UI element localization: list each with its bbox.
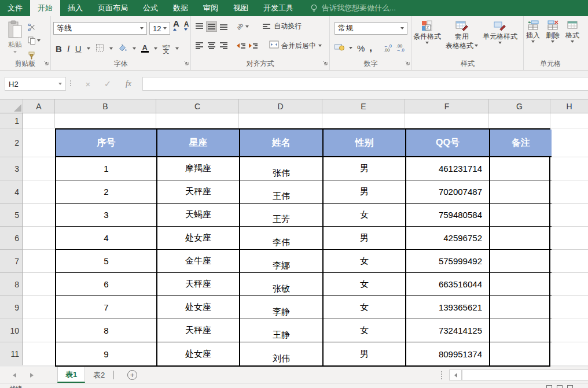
copy-button[interactable] xyxy=(28,35,41,46)
cell[interactable] xyxy=(490,180,552,204)
cell[interactable]: 男 xyxy=(324,180,406,204)
cell[interactable]: 摩羯座 xyxy=(157,157,240,180)
align-top-button[interactable] xyxy=(194,22,204,31)
insert-cells-button[interactable]: 插入 xyxy=(526,20,540,43)
decrease-indent-button[interactable] xyxy=(237,41,247,50)
cell[interactable]: 4 xyxy=(56,227,157,250)
font-color-dropdown-arrow[interactable] xyxy=(154,47,157,50)
decrease-decimal-button[interactable]: .00→.0 xyxy=(396,44,405,53)
cell-styles-button[interactable]: 单元格样式 xyxy=(483,20,517,44)
normal-view-icon[interactable] xyxy=(546,385,552,388)
cell[interactable] xyxy=(490,319,552,342)
cell[interactable]: 女 xyxy=(324,273,406,296)
formula-bar-grip[interactable] xyxy=(70,80,71,86)
table-header-cell[interactable]: 备注 xyxy=(490,130,552,157)
align-center-button[interactable] xyxy=(207,41,216,50)
formula-input[interactable] xyxy=(142,77,588,91)
cell[interactable]: 天秤座 xyxy=(157,273,240,296)
format-as-table-button[interactable]: 套用 表格格式 xyxy=(446,20,478,50)
row-header-4[interactable]: 4 xyxy=(0,180,23,204)
select-all-corner[interactable] xyxy=(0,99,23,113)
cell[interactable]: 天秤座 xyxy=(157,319,240,342)
conditional-formatting-button[interactable]: ≠ 条件格式 xyxy=(413,20,441,44)
row-header-3[interactable]: 3 xyxy=(0,157,23,180)
cell[interactable]: 女 xyxy=(324,319,406,342)
cancel-entry-button[interactable]: × xyxy=(80,77,96,91)
phonetic-guide-button[interactable]: wén文 xyxy=(163,44,170,53)
cell[interactable]: 759480584 xyxy=(406,204,490,227)
cell[interactable]: 461231714 xyxy=(406,157,490,180)
col-header-E[interactable]: E xyxy=(322,99,405,113)
merge-dropdown-arrow[interactable] xyxy=(318,45,322,47)
percent-style-button[interactable]: % xyxy=(357,43,365,53)
bold-button[interactable]: B xyxy=(56,44,62,54)
cell[interactable]: 1 xyxy=(56,157,157,180)
cell[interactable]: 张伟 xyxy=(240,157,324,180)
clipboard-dialog-launcher[interactable] xyxy=(43,57,49,68)
cell[interactable]: 李伟 xyxy=(240,227,324,250)
italic-button[interactable]: I xyxy=(67,44,70,54)
col-header-D[interactable]: D xyxy=(239,99,322,113)
cell[interactable]: 金牛座 xyxy=(157,250,240,273)
table-header-cell[interactable]: 星座 xyxy=(157,130,240,157)
cell[interactable]: 张敏 xyxy=(240,273,324,296)
view-shortcut-buttons[interactable] xyxy=(546,385,573,388)
row-header-8[interactable]: 8 xyxy=(0,273,23,296)
table-header-cell[interactable]: 姓名 xyxy=(240,130,324,157)
name-box-dropdown-arrow[interactable] xyxy=(58,83,62,85)
align-right-button[interactable] xyxy=(219,41,229,50)
name-box[interactable]: H2 xyxy=(5,77,66,91)
row-header-1[interactable]: 1 xyxy=(0,113,23,128)
tab-page-layout[interactable]: 页面布局 xyxy=(90,0,135,16)
insert-function-button[interactable]: fx xyxy=(120,77,137,91)
wrap-text-button[interactable]: 自动换行 xyxy=(274,21,302,31)
underline-button[interactable]: U xyxy=(75,44,82,54)
cell[interactable]: 王伟 xyxy=(240,180,324,204)
tab-formulas[interactable]: 公式 xyxy=(135,0,166,16)
align-bottom-button[interactable] xyxy=(219,22,229,31)
cell[interactable] xyxy=(490,227,552,250)
increase-indent-button[interactable] xyxy=(249,41,259,50)
row-header-2[interactable]: 2 xyxy=(0,128,23,157)
tab-developer[interactable]: 开发工具 xyxy=(256,0,301,16)
row-header-9[interactable]: 9 xyxy=(0,296,23,319)
cell[interactable]: 女 xyxy=(324,250,406,273)
format-cells-button[interactable]: 格式 xyxy=(565,20,579,43)
cell[interactable]: 处女座 xyxy=(157,296,240,319)
alignment-dialog-launcher[interactable] xyxy=(322,57,328,68)
cut-button[interactable] xyxy=(28,21,36,33)
table-header-cell[interactable]: 性别 xyxy=(324,130,406,157)
col-header-F[interactable]: F xyxy=(405,99,489,113)
cell[interactable]: 天秤座 xyxy=(157,180,240,204)
cell[interactable]: 男 xyxy=(324,227,406,250)
tab-scroll-splitter[interactable] xyxy=(441,371,442,379)
page-break-view-icon[interactable] xyxy=(567,385,573,388)
cell[interactable]: 9 xyxy=(56,342,157,365)
number-dialog-launcher[interactable] xyxy=(405,57,410,68)
next-sheet-arrow[interactable] xyxy=(30,373,34,378)
decrease-font-icon[interactable]: A xyxy=(184,20,190,36)
row-header-6[interactable]: 6 xyxy=(0,227,23,250)
new-sheet-button[interactable]: + xyxy=(127,370,137,380)
cell[interactable]: 王静 xyxy=(240,319,324,342)
cell[interactable]: 809951374 xyxy=(406,342,490,365)
cell[interactable]: 732414125 xyxy=(406,319,490,342)
cell[interactable]: 李静 xyxy=(240,296,324,319)
cell[interactable]: 663516044 xyxy=(406,273,490,296)
cell[interactable]: 刘伟 xyxy=(240,342,324,365)
cell[interactable]: 女 xyxy=(324,204,406,227)
cell[interactable]: 处女座 xyxy=(157,227,240,250)
fill-color-button[interactable] xyxy=(118,43,127,54)
horizontal-scrollbar[interactable] xyxy=(462,369,588,380)
row-header-10[interactable]: 10 xyxy=(0,319,23,342)
cell[interactable] xyxy=(490,296,552,319)
col-header-C[interactable]: C xyxy=(156,99,239,113)
orientation-icon[interactable]: ab xyxy=(236,22,245,31)
cell[interactable]: 处女座 xyxy=(157,342,240,365)
font-size-combo[interactable]: 12 xyxy=(149,22,170,35)
cell[interactable]: 王芳 xyxy=(240,204,324,227)
tab-data[interactable]: 数据 xyxy=(166,0,196,16)
font-name-combo[interactable]: 等线 xyxy=(53,22,147,35)
cell[interactable]: 3 xyxy=(56,204,157,227)
sheet-tab-1[interactable]: 表1 xyxy=(57,367,85,383)
